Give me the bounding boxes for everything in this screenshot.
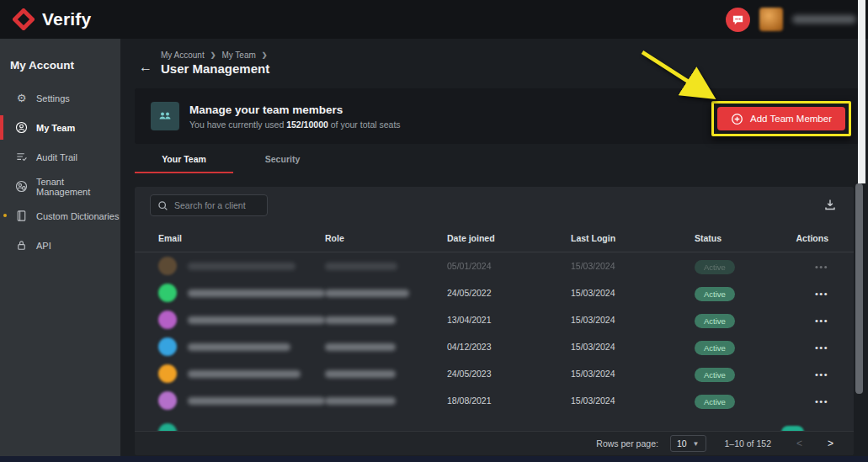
last-login-cell: 15/03/2024	[571, 369, 695, 379]
column-header-last-login: Last Login	[571, 233, 695, 243]
status-cell: Active	[695, 312, 790, 328]
status-cell: Active	[695, 258, 790, 274]
back-button[interactable]: ←	[139, 61, 152, 76]
seats-used: 152/10000	[286, 119, 328, 130]
add-team-member-button[interactable]: Add Team Member	[717, 107, 845, 130]
email-cell	[158, 391, 325, 410]
row-actions-menu-button[interactable]: •••	[815, 289, 828, 299]
table-header: Email Role Date joined Last Login Status…	[135, 224, 854, 252]
chevron-right-icon: ❯	[262, 51, 268, 59]
date-joined-cell: 24/05/2022	[447, 288, 571, 298]
team-banner: Manage your team members You have curren…	[135, 88, 859, 144]
email-redacted-bar	[188, 397, 325, 405]
pagination-bar: Rows per page: 10 ▼ 1–10 of 152 < >	[135, 431, 854, 455]
table-row: 24/05/2023 15/03/2024 Active •••	[135, 360, 854, 387]
tab-your-team[interactable]: Your Team	[135, 154, 233, 173]
chevron-right-icon: ❯	[210, 51, 216, 59]
team-table-card: Email Role Date joined Last Login Status…	[135, 187, 854, 455]
tenant-icon	[15, 180, 28, 193]
role-redacted-bar	[325, 343, 396, 351]
role-redacted-bar	[325, 263, 397, 270]
sidebar-item-label: Audit Trail	[36, 152, 77, 162]
avatar	[158, 337, 177, 356]
table-row: 18/08/2021 15/03/2024 Active •••	[135, 387, 854, 414]
email-redacted-bar	[188, 289, 325, 297]
role-cell	[325, 312, 447, 327]
breadcrumb-my-account[interactable]: My Account	[161, 50, 205, 60]
last-login-cell: 15/03/2024	[571, 396, 695, 406]
actions-cell: •••	[790, 312, 828, 327]
role-cell	[325, 393, 447, 408]
chat-bubble-icon	[732, 13, 744, 26]
row-actions-menu-button[interactable]: •••	[815, 369, 828, 380]
status-cell: Active	[695, 285, 790, 301]
row-actions-menu-button[interactable]: •••	[815, 396, 828, 406]
breadcrumb-my-team[interactable]: My Team	[221, 50, 255, 60]
user-avatar[interactable]	[759, 8, 783, 31]
chevron-down-icon: ▼	[693, 440, 700, 448]
download-icon[interactable]	[823, 198, 837, 211]
sidebar: My Account ⚙ Settings My Team Audit Trai…	[0, 39, 120, 462]
avatar	[158, 391, 177, 410]
next-page-button[interactable]: >	[821, 438, 840, 449]
role-cell	[325, 258, 447, 273]
subtitle-prefix: You have currently used	[189, 119, 286, 130]
table-row: 13/04/2021 15/03/2024 Active •••	[135, 306, 854, 333]
email-cell	[158, 257, 325, 275]
search-input[interactable]	[174, 200, 260, 210]
banner-subtitle: You have currently used 152/10000 of you…	[189, 119, 401, 130]
main-content: ← My Account ❯ My Team ❯ User Management…	[120, 39, 868, 462]
rows-per-page-label: Rows per page:	[596, 438, 658, 449]
tab-security[interactable]: Security	[233, 154, 332, 173]
actions-cell: •••	[790, 258, 828, 273]
status-cell: Active	[695, 393, 790, 409]
last-login-cell: 15/03/2024	[571, 288, 695, 298]
status-badge: Active	[695, 395, 735, 409]
plus-circle-icon	[731, 113, 743, 125]
role-redacted-bar	[325, 370, 396, 378]
tab-bar: Your Team Security	[135, 154, 332, 173]
role-cell	[325, 339, 447, 354]
table-body: 05/01/2024 15/03/2024 Active ••• 24/05/2…	[135, 252, 854, 414]
search-box	[150, 194, 268, 216]
sidebar-item-api[interactable]: API	[0, 231, 120, 260]
row-actions-menu-button[interactable]: •••	[815, 262, 828, 272]
date-joined-cell: 05/01/2024	[447, 261, 571, 271]
brand-logo[interactable]: Verify	[13, 8, 91, 30]
actions-cell: •••	[790, 393, 828, 408]
sidebar-item-tenant-management[interactable]: Tenant Management	[0, 172, 120, 201]
actions-cell: •••	[790, 285, 828, 300]
last-login-cell: 15/03/2024	[571, 342, 695, 352]
avatar	[158, 284, 177, 302]
email-cell	[158, 364, 325, 383]
email-redacted-bar	[188, 370, 301, 378]
email-cell	[158, 337, 325, 356]
brand-name: Verify	[42, 9, 91, 29]
subtitle-suffix: of your total seats	[328, 119, 401, 130]
email-cell	[158, 284, 325, 302]
column-header-role: Role	[325, 233, 447, 243]
previous-page-button[interactable]: <	[790, 438, 809, 449]
book-icon	[15, 210, 28, 222]
app-window: Verify My Account ⚙ Settings My Tea	[0, 0, 868, 462]
actions-cell: •••	[790, 339, 828, 354]
page-title: User Management	[161, 61, 269, 76]
sidebar-item-settings[interactable]: ⚙ Settings	[0, 83, 120, 113]
status-badge: Active	[695, 260, 735, 274]
status-badge: Active	[695, 314, 735, 328]
row-actions-menu-button[interactable]: •••	[815, 343, 828, 353]
last-login-cell: 15/03/2024	[571, 315, 695, 325]
sidebar-item-custom-dictionaries[interactable]: Custom Dictionaries	[0, 201, 120, 231]
table-row: 04/12/2023 15/03/2024 Active •••	[135, 333, 854, 360]
gear-icon: ⚙	[15, 93, 28, 104]
row-actions-menu-button[interactable]: •••	[815, 316, 828, 326]
chat-button[interactable]	[726, 8, 750, 32]
email-cell	[158, 311, 325, 329]
role-redacted-bar	[325, 316, 396, 324]
sidebar-item-my-team[interactable]: My Team	[0, 113, 120, 142]
rows-per-page-select[interactable]: 10 ▼	[670, 435, 706, 452]
scrollbar-thumb[interactable]	[855, 183, 863, 394]
add-button-label: Add Team Member	[750, 114, 832, 124]
sidebar-item-audit-trail[interactable]: Audit Trail	[0, 142, 120, 172]
topbar: Verify	[0, 0, 868, 39]
